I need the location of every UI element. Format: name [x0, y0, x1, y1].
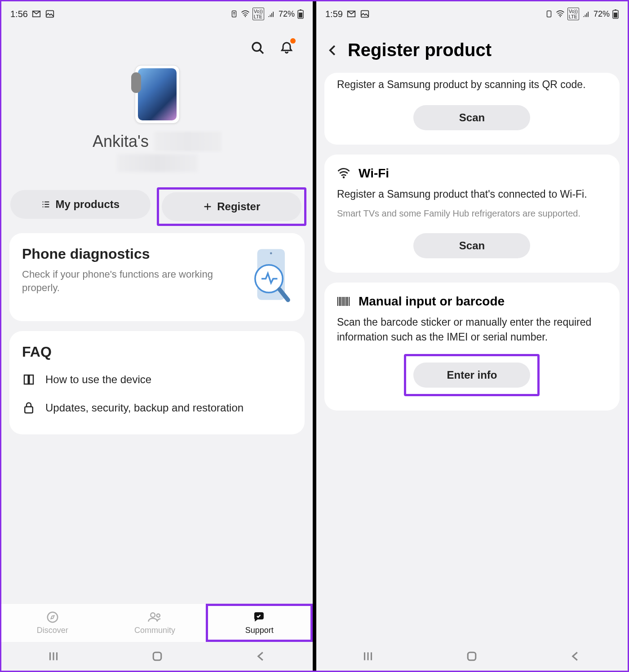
faq-title: FAQ	[22, 344, 292, 360]
chat-icon	[252, 610, 266, 624]
svg-rect-4	[299, 13, 302, 18]
plus-icon	[203, 202, 213, 212]
svg-rect-16	[547, 11, 551, 17]
faq-item-how-to-use[interactable]: How to use the device	[22, 366, 292, 393]
notifications-icon[interactable]	[279, 40, 295, 56]
recents-icon[interactable]	[361, 650, 375, 663]
back-icon[interactable]	[326, 44, 340, 57]
wifi-card: Wi-Fi Register a Samsung product that's …	[324, 155, 620, 273]
page-title: Register product	[348, 40, 492, 60]
battery-icon	[297, 9, 304, 19]
screen-register-product: 1:59 Vo))LTE 72% Register product Regist…	[316, 1, 628, 671]
system-nav	[316, 642, 628, 671]
diagnostics-title: Phone diagnostics	[22, 246, 241, 262]
battery-saver-icon	[230, 10, 238, 18]
nav-label: Discover	[37, 626, 68, 635]
nav-label: Community	[134, 626, 175, 635]
device-header: Ankita's	[1, 61, 313, 181]
wifi-title: Wi-Fi	[359, 166, 389, 181]
system-nav	[1, 642, 313, 671]
status-battery: 72%	[279, 9, 295, 19]
wifi-scan-button[interactable]: Scan	[413, 233, 530, 258]
svg-rect-19	[614, 13, 617, 18]
enter-info-button[interactable]: Enter info	[413, 363, 530, 388]
svg-rect-20	[615, 9, 616, 10]
nav-label: Support	[245, 626, 274, 635]
faq-item-label: Updates, security, backup and restoratio…	[45, 401, 244, 415]
register-button[interactable]: Register	[162, 192, 302, 221]
gallery-icon	[45, 9, 55, 19]
compass-icon	[46, 610, 59, 624]
mail-icon	[346, 9, 356, 19]
svg-point-21	[343, 177, 345, 179]
manual-title: Manual input or barcode	[359, 294, 505, 309]
phone-diagnostics-card[interactable]: Phone diagnostics Check if your phone's …	[9, 233, 305, 321]
status-battery: 72%	[594, 9, 610, 19]
signal-icon	[582, 9, 591, 18]
qr-card: Register a Samsung product by scanning i…	[324, 73, 620, 145]
book-icon	[22, 373, 35, 386]
svg-rect-22	[468, 652, 476, 660]
svg-rect-10	[25, 407, 33, 413]
nav-discover[interactable]: Discover	[1, 604, 104, 642]
device-image	[135, 65, 180, 124]
nav-community[interactable]: Community	[104, 604, 206, 642]
status-bar: 1:59 Vo))LTE 72%	[316, 1, 628, 27]
diagnostics-icon	[250, 246, 292, 309]
svg-point-8	[270, 252, 272, 254]
svg-point-13	[156, 614, 159, 617]
redacted-text	[117, 154, 198, 172]
svg-point-12	[151, 613, 155, 617]
wifi-icon	[241, 9, 250, 18]
wifi-icon	[337, 167, 350, 180]
my-products-label: My products	[55, 198, 120, 211]
svg-point-6	[252, 43, 261, 51]
my-products-button[interactable]: My products	[10, 190, 151, 219]
signal-icon	[267, 9, 276, 18]
battery-saver-icon	[545, 10, 553, 18]
qr-scan-button[interactable]: Scan	[413, 105, 530, 130]
svg-point-17	[560, 16, 561, 18]
diagnostics-subtitle: Check if your phone's functions are work…	[22, 268, 241, 294]
redacted-text	[154, 132, 221, 151]
people-icon	[147, 610, 163, 624]
svg-rect-5	[300, 9, 301, 10]
status-bar: 1:56 Vo))LTE 72%	[1, 1, 313, 27]
home-icon[interactable]	[151, 650, 164, 663]
wifi-desc: Register a Samsung product that's connec…	[337, 187, 607, 201]
nav-support[interactable]: Support	[206, 604, 313, 642]
manual-desc: Scan the barcode sticker or manually ent…	[337, 315, 607, 344]
lock-icon	[22, 401, 35, 415]
register-label: Register	[217, 200, 260, 213]
search-icon[interactable]	[250, 40, 266, 56]
gallery-icon	[360, 9, 370, 19]
faq-card: FAQ How to use the device Updates, secur…	[9, 331, 305, 434]
back-icon[interactable]	[254, 650, 268, 663]
wifi-icon	[556, 9, 565, 18]
faq-item-label: How to use the device	[45, 373, 151, 386]
back-icon[interactable]	[569, 650, 582, 663]
svg-point-2	[245, 16, 246, 18]
notification-dot-icon	[290, 38, 296, 44]
qr-desc: Register a Samsung product by scanning i…	[337, 77, 607, 92]
wifi-note: Smart TVs and some Family Hub refrigerat…	[337, 208, 607, 220]
recents-icon[interactable]	[47, 650, 60, 663]
list-icon	[41, 199, 51, 209]
svg-point-11	[48, 612, 58, 623]
svg-rect-14	[153, 652, 161, 660]
barcode-icon	[337, 296, 350, 307]
volte-icon: Vo))LTE	[567, 8, 579, 20]
battery-icon	[612, 9, 619, 19]
device-name-label: Ankita's	[93, 132, 149, 151]
screen-support: 1:56 Vo))LTE 72% Ankita's	[1, 1, 313, 671]
status-time: 1:59	[325, 9, 343, 19]
status-time: 1:56	[10, 9, 28, 19]
faq-item-updates[interactable]: Updates, security, backup and restoratio…	[22, 393, 292, 422]
bottom-nav: Discover Community Support	[1, 603, 313, 642]
volte-icon: Vo))LTE	[252, 8, 264, 20]
manual-card: Manual input or barcode Scan the barcode…	[324, 283, 620, 410]
home-icon[interactable]	[465, 650, 478, 663]
mail-icon	[31, 9, 41, 19]
